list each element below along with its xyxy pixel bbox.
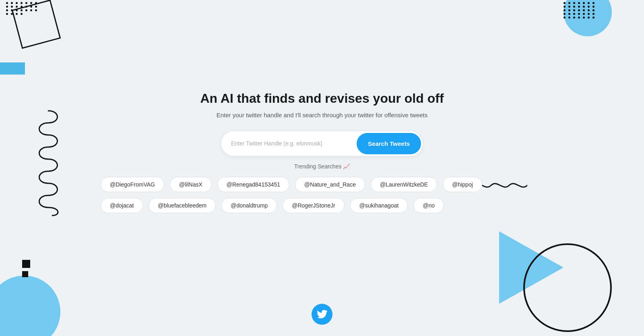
- main-content: An AI that finds and revises your old of…: [0, 0, 644, 336]
- page-subtitle: Enter your twitter handle and I'll searc…: [217, 112, 428, 118]
- twitter-handle-input[interactable]: [221, 133, 355, 154]
- trending-tag-1-5[interactable]: @LaurenWitzkeDE: [371, 177, 437, 192]
- search-bar: Search Tweets: [221, 131, 423, 156]
- search-tweets-button[interactable]: Search Tweets: [357, 133, 421, 154]
- twitter-icon-button[interactable]: [312, 304, 332, 325]
- page-headline: An AI that finds and revises your old of…: [200, 91, 444, 106]
- trending-tag-1-1[interactable]: @DiegoFromVAG: [101, 177, 164, 192]
- trending-rows: @DiegoFromVAG @lilNasX @Renegad84153451 …: [101, 177, 543, 213]
- trending-tag-2-6[interactable]: @no: [413, 198, 444, 213]
- trending-tag-2-1[interactable]: @dojacat: [101, 198, 143, 213]
- trending-tag-1-4[interactable]: @Nature_and_Race: [295, 177, 365, 192]
- trending-tag-2-5[interactable]: @sukihanagoat: [350, 198, 408, 213]
- trending-row-1: @DiegoFromVAG @lilNasX @Renegad84153451 …: [101, 177, 543, 192]
- trending-tag-1-2[interactable]: @lilNasX: [170, 177, 212, 192]
- trending-tag-2-2[interactable]: @bluefacebleedem: [149, 198, 216, 213]
- trending-label: Trending Searches 📈: [294, 163, 350, 170]
- trending-row-2: @dojacat @bluefacebleedem @donaldtrump @…: [101, 198, 543, 213]
- trending-tag-1-3[interactable]: @Renegad84153451: [217, 177, 289, 192]
- twitter-footer: [312, 304, 332, 325]
- trending-tag-1-6[interactable]: @hippoj: [443, 177, 482, 192]
- trending-tag-2-4[interactable]: @RogerJStoneJr: [283, 198, 345, 213]
- trending-tag-2-3[interactable]: @donaldtrump: [221, 198, 277, 213]
